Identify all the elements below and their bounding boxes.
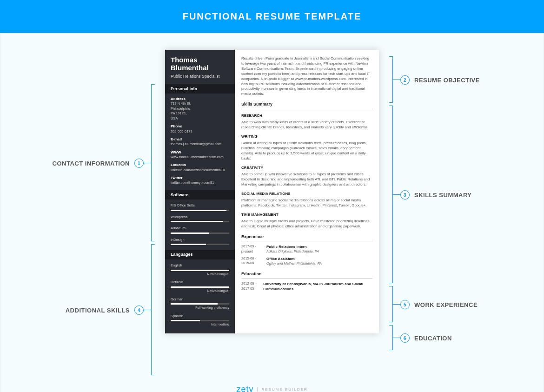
label-contact-info: CONTACT INFORMATION 1 <box>53 159 144 168</box>
field-value: linkedin.com/me/thomblumenthal81 <box>171 168 229 173</box>
sidebar-section-personal: Personal Info <box>165 84 235 94</box>
field-value: 713 N 4th St, Philadelphia, PA 19123, US… <box>171 101 229 121</box>
language-level: Native/bilingual <box>171 272 229 277</box>
language-name: German <box>171 297 229 302</box>
label-work-experience: 5 WORK EXPERIENCE <box>400 300 478 309</box>
sidebar-section-software: Software <box>165 190 235 200</box>
footer: zety RESUME BUILDER <box>0 385 544 392</box>
skill-text: Able to juggle multiple clients and proj… <box>241 219 372 229</box>
field-label: Phone <box>171 124 229 129</box>
label-text: SKILLS SUMMARY <box>414 192 472 199</box>
label-number: 5 <box>400 300 410 309</box>
experience-location: Ogilvy and Mather, Philadelphia, PA <box>266 261 322 266</box>
skill-text: Skilled at writing all types of Public R… <box>241 141 372 161</box>
skill-title: CREATIVITY <box>241 165 372 170</box>
skill-text: Able to work with many kinds of clients … <box>241 120 372 130</box>
experience-position: Public Relations Intern <box>266 244 319 249</box>
language-item: Spanish Intermediate <box>171 314 229 327</box>
skill-bar <box>171 244 229 245</box>
field-label: E-mail <box>171 137 229 142</box>
skill-text: Able to come up with innovative solution… <box>241 172 372 187</box>
skill-text: Proficient at managing social media rela… <box>241 198 372 208</box>
resume-content: Results-driven Penn graduate in Journali… <box>235 50 379 333</box>
software-name: InDesign <box>171 238 229 243</box>
label-education: 6 EDUCATION <box>400 333 452 343</box>
skill-bar <box>171 221 229 222</box>
label-number: 1 <box>134 159 144 168</box>
skill-block: TIME MANAGEMENT Able to juggle multiple … <box>241 212 372 229</box>
field-value: 202-555-0173 <box>171 129 229 134</box>
resume-role: Public Relations Specialist <box>171 73 229 80</box>
education-date: 2012-08 - 2017-05 <box>241 281 257 292</box>
language-item: English Native/bilingual <box>171 263 229 276</box>
skill-block: RESEARCH Able to work with many kinds of… <box>241 113 372 130</box>
skill-title: RESEARCH <box>241 113 372 118</box>
field-value: www.thomblumenthalcreative.com <box>171 155 229 160</box>
experience-date: 2017-09 - present <box>241 244 260 254</box>
language-name: Spanish <box>171 314 229 319</box>
software-item: InDesign <box>171 238 229 246</box>
language-level: Full working proficiency <box>171 306 229 310</box>
experience-row: 2017-09 - present Public Relations Inter… <box>241 244 372 254</box>
experience-location: Adidas Originals, Philadelphia, PA <box>266 249 319 254</box>
label-number: 4 <box>134 306 144 315</box>
experience-position: Office Assistant <box>266 256 322 261</box>
resume-name: Thomas Blumenthal <box>171 56 229 72</box>
label-text: WORK EXPERIENCE <box>414 301 478 308</box>
brand-tagline: RESUME BUILDER <box>257 387 307 392</box>
left-annotations: CONTACT INFORMATION 1 ADDITIONAL SKILLS … <box>41 50 144 375</box>
skill-bar <box>171 233 229 234</box>
field-label: Twitter <box>171 175 229 180</box>
experience-date: 2015-06 - 2015-08 <box>241 256 260 266</box>
page-title: FUNCTIONAL RESUME TEMPLATE <box>183 11 362 21</box>
label-text: ADDITIONAL SKILLS <box>66 307 130 314</box>
section-skills-summary: Skills Summary <box>241 101 372 109</box>
skill-bar <box>171 320 229 321</box>
skill-title: SOCIAL MEDIA RELATIONS <box>241 191 372 196</box>
label-skills-summary: 3 SKILLS SUMMARY <box>400 190 472 199</box>
skill-title: TIME MANAGEMENT <box>241 212 372 217</box>
software-item: Adobe PS <box>171 226 229 234</box>
skill-block: CREATIVITY Able to come up with innovati… <box>241 165 372 187</box>
label-text: CONTACT INFORMATION <box>53 160 130 167</box>
language-item: Hebrew Native/bilingual <box>171 280 229 293</box>
language-name: Hebrew <box>171 280 229 285</box>
skill-block: WRITING Skilled at writing all types of … <box>241 134 372 161</box>
label-number: 2 <box>400 75 410 85</box>
resume-objective: Results-driven Penn graduate in Journali… <box>241 56 372 97</box>
language-level: Intermediate <box>171 322 229 327</box>
education-row: 2012-08 - 2017-05 University of Pennsylv… <box>241 281 372 292</box>
experience-row: 2015-06 - 2015-08 Office Assistant Ogilv… <box>241 256 372 266</box>
right-annotations: 2 RESUME OBJECTIVE 3 SKILLS SUMMARY 5 WO… <box>400 50 503 375</box>
label-text: EDUCATION <box>414 335 452 342</box>
label-number: 3 <box>400 190 410 199</box>
skill-bar <box>171 210 229 211</box>
field-label: Address <box>171 96 229 101</box>
main-area: CONTACT INFORMATION 1 ADDITIONAL SKILLS … <box>0 33 544 392</box>
resume-card: Thomas Blumenthal Public Relations Speci… <box>165 50 379 333</box>
skill-bar <box>171 270 229 271</box>
skill-bar <box>171 286 229 288</box>
software-item: Wordpress <box>171 215 229 223</box>
label-text: RESUME OBJECTIVE <box>414 77 480 84</box>
label-resume-objective: 2 RESUME OBJECTIVE <box>400 75 480 85</box>
skill-title: WRITING <box>241 134 372 139</box>
field-value: twitter.com/thommybloom81 <box>171 180 229 186</box>
education-degree: University of Pennsylvania, MA in Journa… <box>263 281 372 292</box>
skill-block: SOCIAL MEDIA RELATIONS Proficient at man… <box>241 191 372 208</box>
language-item: German Full working proficiency <box>171 297 229 310</box>
skill-bar <box>171 303 229 305</box>
label-additional-skills: ADDITIONAL SKILLS 4 <box>66 306 144 315</box>
resume-sidebar: Thomas Blumenthal Public Relations Speci… <box>165 50 235 333</box>
section-experience: Experience <box>241 234 372 242</box>
brand-logo: zety <box>236 385 253 392</box>
software-name: MS Office Suite <box>171 203 229 208</box>
page-header: FUNCTIONAL RESUME TEMPLATE <box>0 0 544 33</box>
language-name: English <box>171 263 229 268</box>
software-name: Adobe PS <box>171 226 229 231</box>
field-label: LinkedIn <box>171 162 229 167</box>
sidebar-section-languages: Languages <box>165 250 235 259</box>
software-name: Wordpress <box>171 215 229 220</box>
label-number: 6 <box>400 333 410 343</box>
field-label: WWW <box>171 150 229 155</box>
